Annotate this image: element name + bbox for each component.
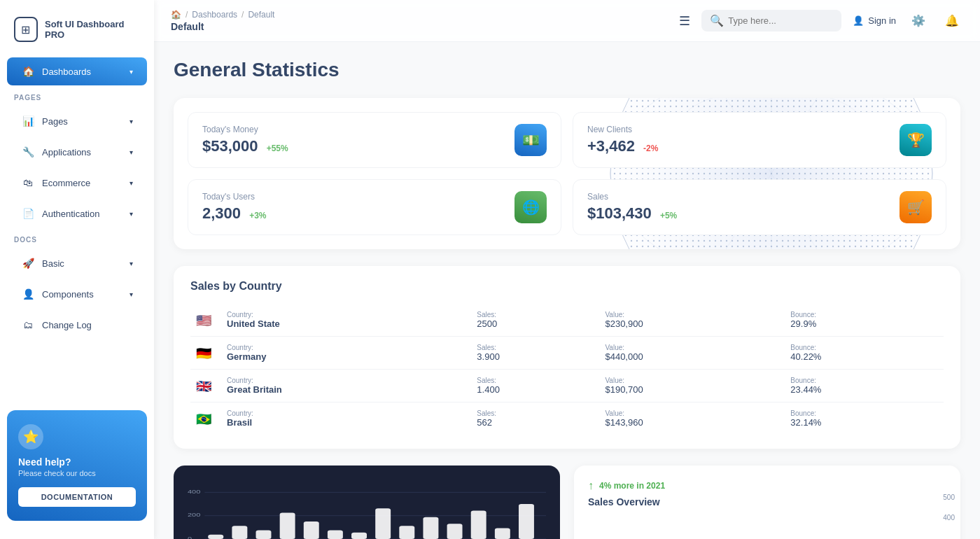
sidebar-item-label: Dashboards [42,66,91,77]
stat-users-label: Today's Users [202,192,267,202]
bar [375,508,391,539]
stat-card-sales: Sales $103,430 +5% 🛒 [573,179,946,235]
bounce-col-label: Bounce: [790,311,938,318]
ecommerce-icon: 🛍 [21,176,35,190]
search-box: 🔍 [701,10,841,31]
page-title-breadcrumb: Default [171,21,274,32]
changelog-icon: 🗂 [21,318,35,332]
main-content: General Statistics [154,42,980,539]
country-value: $143,960 [605,417,779,428]
bounce-col-label: Bounce: [790,377,938,384]
sidebar-item-authentication[interactable]: 📄 Authentication ▾ [7,200,147,227]
stat-clients-label: New Clients [587,125,658,134]
bar [399,526,414,539]
authentication-icon: 📄 [21,206,35,220]
bar [232,526,247,539]
sales-overview-subtitle: 4% more in 2021 [599,481,665,491]
pages-section-label: Pages [0,87,154,106]
country-value: $440,000 [605,351,779,362]
stat-users-value: 2,300 +3% [202,204,267,223]
settings-icon[interactable]: ⚙️ [907,10,930,32]
stat-sales-change: +5% [660,211,677,220]
applications-icon: 🔧 [21,145,35,159]
pages-icon: 📊 [21,114,35,128]
breadcrumb: 🏠 / Dashboards / Default [171,10,274,20]
country-col-label: Country: [227,377,465,384]
country-col-label: Country: [227,311,465,318]
sidebar-item-dashboards[interactable]: 🏠 Dashboards ▾ [7,57,147,85]
table-row: 🇩🇪 Country: Germany Sales: 3.900 Value: … [190,337,944,370]
stat-users-icon: 🌐 [514,191,547,223]
bottom-charts-row: 400 200 0 ↑ 4% more in 2021 Sales Overvi… [174,465,960,539]
country-bounce: 29.9% [790,318,938,329]
country-name: Germany [227,351,465,362]
logo-icon: ⊞ [14,17,38,42]
sidebar-item-label: Ecommerce [42,178,90,188]
sidebar-item-label: Components [42,289,94,300]
svg-text:200: 200 [188,512,200,518]
sales-overview-title: Sales Overview [588,496,946,507]
help-panel: ⭐ Need help? Please check our docs DOCUM… [7,410,147,521]
sidebar-item-pages[interactable]: 📊 Pages ▾ [7,107,147,135]
sidebar-item-applications[interactable]: 🔧 Applications ▾ [7,138,147,166]
help-title: Need help? [18,456,71,468]
table-row: 🇧🇷 Country: Brasil Sales: 562 Value: $14… [190,402,944,435]
country-sales: 562 [477,417,594,428]
stat-users-left: Today's Users 2,300 +3% [202,192,267,223]
main-area: 🏠 / Dashboards / Default Default ☰ 🔍 👤 S… [154,0,980,539]
documentation-button[interactable]: DOCUMENTATION [18,487,136,507]
bar [495,528,510,539]
stat-clients-icon: 🏆 [899,124,932,156]
stat-users-change: +3% [249,211,266,220]
dashboards-icon: 🏠 [21,64,35,78]
svg-text:400: 400 [188,489,200,495]
trend-up-icon: ↑ [588,479,594,492]
country-col-label: Country: [227,410,465,417]
country-sales: 1.400 [477,384,594,395]
value-col-label: Value: [605,344,779,351]
breadcrumb-dashboards[interactable]: Dashboards [192,10,237,20]
chevron-down-icon: ▾ [130,210,133,218]
sidebar-item-ecommerce[interactable]: 🛍 Ecommerce ▾ [7,169,147,197]
signin-label: Sign in [868,15,896,26]
stat-money-value: $53,000 +55% [202,137,288,155]
topbar-right: ☰ 🔍 👤 Sign in ⚙️ 🔔 [679,10,963,32]
sidebar-item-label: Change Log [42,320,92,330]
sales-by-country-title: Sales by Country [190,280,944,293]
y-label-500: 500 [943,493,955,501]
stat-sales-label: Sales [587,192,677,202]
stat-card-users: Today's Users 2,300 +3% 🌐 [188,179,561,235]
home-icon[interactable]: 🏠 [171,10,181,20]
country-name: Great Britain [227,384,465,395]
country-bounce: 40.22% [790,351,938,362]
chevron-down-icon: ▾ [130,118,133,125]
bar [519,504,534,539]
bar [304,522,319,539]
menu-icon[interactable]: ☰ [679,13,690,29]
country-name: Brasil [227,417,465,428]
chevron-down-icon: ▾ [130,260,133,267]
flag-icon: 🇺🇸 [196,313,216,327]
sidebar-item-components[interactable]: 👤 Components ▾ [7,280,147,308]
bell-icon[interactable]: 🔔 [941,10,963,32]
signin-button[interactable]: 👤 Sign in [853,15,896,26]
sidebar-item-changelog[interactable]: 🗂 Change Log [7,311,147,339]
stats-section: // This generates dots - done via inline… [174,98,960,249]
bar [351,533,367,539]
flag-icon: 🇧🇷 [196,412,216,426]
value-col-label: Value: [605,311,779,318]
breadcrumb-sep2: / [241,10,244,20]
sidebar-item-label: Authentication [42,209,99,219]
search-input[interactable] [728,15,826,26]
sidebar: ⊞ Soft UI Dashboard PRO 🏠 Dashboards ▾ P… [0,0,154,539]
y-label-400: 400 [943,514,955,522]
bar [447,524,463,539]
country-sales: 3.900 [477,351,594,362]
bar-chart-card: 400 200 0 [174,465,560,539]
sidebar-item-basic[interactable]: 🚀 Basic ▾ [7,249,147,277]
page-title: General Statistics [174,59,960,81]
sales-by-country-section: Sales by Country 🇺🇸 Country: United Stat… [174,266,960,449]
stat-money-left: Today's Money $53,000 +55% [202,125,288,155]
stat-sales-value: $103,430 +5% [587,204,677,223]
breadcrumb-current: Default [248,10,274,20]
